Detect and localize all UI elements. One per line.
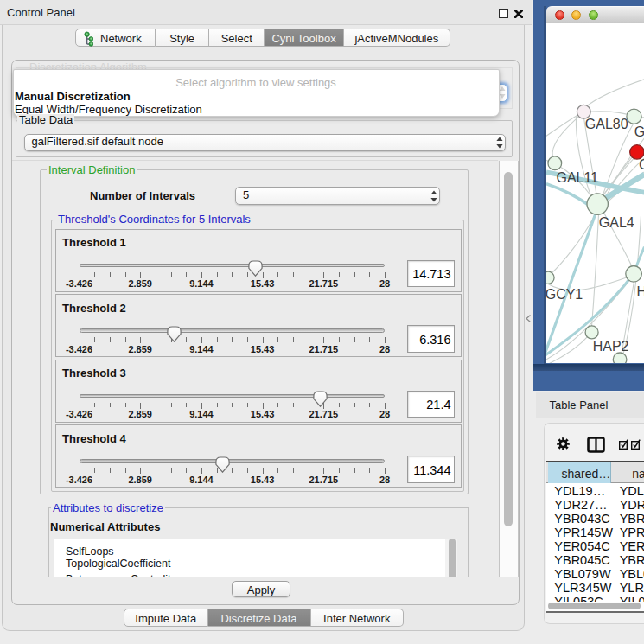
svg-text:GAL4: GAL4 [598,215,634,230]
svg-text:HAP2: HAP2 [592,339,628,354]
svg-text:GA: GA [634,124,644,139]
svg-text:GAL11: GAL11 [556,171,598,186]
svg-text:H: H [636,284,644,299]
svg-text:C: C [639,158,644,173]
svg-text:GCY1: GCY1 [546,287,583,302]
svg-text:GAL80: GAL80 [584,118,628,132]
